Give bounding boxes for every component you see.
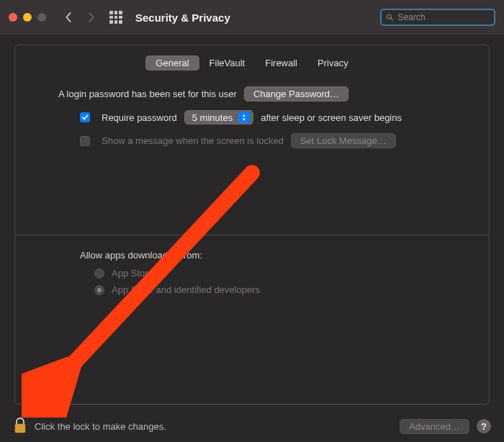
footer: Click the lock to make changes. Advanced… bbox=[0, 410, 504, 442]
search-input[interactable] bbox=[398, 12, 490, 22]
login-password-text: A login password has been set for this u… bbox=[58, 89, 237, 99]
close-button[interactable] bbox=[9, 13, 17, 22]
radio-appstore-label: App Store bbox=[112, 268, 153, 279]
allow-apps-heading: Allow apps downloaded from: bbox=[30, 250, 474, 261]
chevron-up-down-icon: ▴▾ bbox=[238, 112, 250, 123]
lock-icon[interactable] bbox=[13, 418, 27, 436]
require-password-row: Require password 5 minutes ▴▾ after slee… bbox=[30, 110, 474, 125]
help-button[interactable]: ? bbox=[477, 419, 491, 433]
require-password-checkbox[interactable] bbox=[80, 112, 90, 122]
svg-line-1 bbox=[391, 18, 393, 20]
back-button[interactable] bbox=[60, 9, 76, 25]
advanced-button: Advanced… bbox=[400, 419, 469, 434]
preferences-panel: General FileVault Firewall Privacy A log… bbox=[14, 45, 490, 405]
search-field[interactable] bbox=[380, 9, 495, 26]
minimize-button[interactable] bbox=[23, 13, 32, 22]
titlebar: Security & Privacy bbox=[0, 0, 504, 35]
window-title: Security & Privacy bbox=[135, 12, 230, 24]
lock-message-checkbox bbox=[80, 136, 90, 146]
maximize-button bbox=[37, 13, 46, 22]
checkmark-icon bbox=[81, 114, 89, 121]
require-password-label-left: Require password bbox=[102, 112, 177, 123]
lock-message-label: Show a message when the screen is locked bbox=[102, 135, 284, 146]
tab-general[interactable]: General bbox=[145, 55, 199, 71]
tab-firewall[interactable]: Firewall bbox=[255, 55, 307, 71]
allow-apps-option-identified: App Store and identified developers bbox=[30, 284, 474, 295]
allow-apps-option-appstore: App Store bbox=[30, 268, 474, 279]
lock-message-row: Show a message when the screen is locked… bbox=[30, 133, 474, 148]
forward-button bbox=[84, 9, 99, 25]
radio-appstore bbox=[94, 269, 104, 279]
change-password-button[interactable]: Change Password… bbox=[244, 86, 348, 102]
tab-bar: General FileVault Firewall Privacy bbox=[30, 55, 474, 71]
window-controls bbox=[9, 13, 46, 22]
require-password-delay-select[interactable]: 5 minutes ▴▾ bbox=[184, 110, 253, 125]
section-divider bbox=[15, 235, 489, 235]
delay-value: 5 minutes bbox=[192, 112, 233, 123]
lock-hint-text: Click the lock to make changes. bbox=[35, 421, 166, 432]
search-icon bbox=[386, 13, 394, 22]
set-lock-message-button: Set Lock Message… bbox=[291, 133, 396, 148]
login-password-row: A login password has been set for this u… bbox=[30, 86, 474, 102]
tab-privacy[interactable]: Privacy bbox=[307, 55, 359, 71]
radio-identified bbox=[94, 285, 104, 295]
show-all-icon[interactable] bbox=[109, 11, 122, 24]
require-password-label-right: after sleep or screen saver begins bbox=[261, 112, 402, 123]
radio-identified-label: App Store and identified developers bbox=[112, 284, 260, 295]
tab-filevault[interactable]: FileVault bbox=[199, 55, 256, 71]
